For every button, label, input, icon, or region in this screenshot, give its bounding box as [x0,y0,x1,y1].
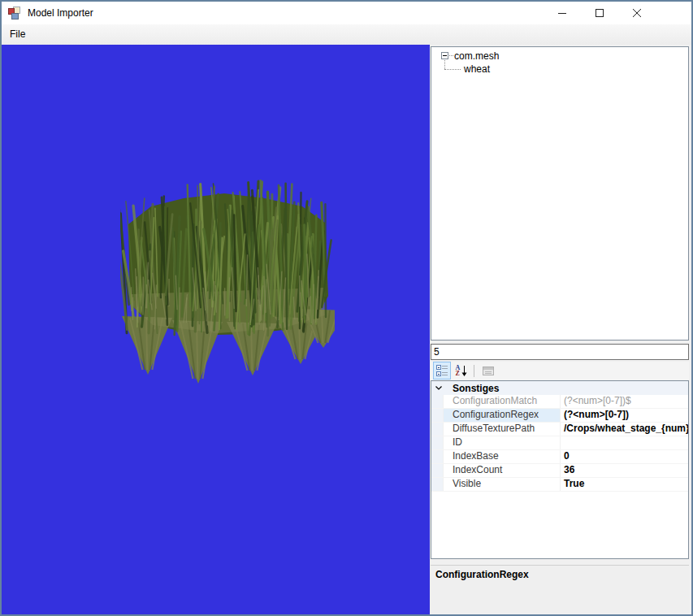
maximize-button[interactable] [581,2,618,24]
property-pages-icon [483,367,494,375]
tree-connector [449,55,453,57]
window-title: Model Importer [28,2,93,24]
wheat-model [120,174,335,384]
property-row-visible[interactable]: Visible True [431,478,688,492]
property-value[interactable]: 0 [561,450,688,463]
property-value[interactable]: /Crops/wheat_stage_{num} [561,423,688,436]
close-button[interactable] [618,2,656,24]
property-name: ID [444,436,561,449]
menu-bar: File [2,24,691,45]
model-importer-window: Model Importer File com.mesh wheat [0,0,693,616]
property-row-indexbase[interactable]: IndexBase 0 [431,450,688,464]
property-name: Visible [444,478,561,491]
property-name: DiffuseTexturePath [444,423,561,436]
scene-tree[interactable]: com.mesh wheat [431,46,689,341]
property-row-configurationmatch[interactable]: ConfigurationMatch (?<num>[0-7])$ [431,395,688,409]
close-icon [633,9,641,17]
property-row-diffusetexturepath[interactable]: DiffuseTexturePath /Crops/wheat_stage_{n… [431,423,688,436]
alphabetical-sort-button[interactable]: AZ [453,362,470,380]
tree-connector [444,60,446,69]
tree-connector [444,69,461,71]
category-row-sonstiges[interactable]: Sonstiges [431,381,688,395]
app-icon [8,7,21,20]
categorized-button[interactable] [433,362,451,380]
minimize-icon [558,9,566,17]
tree-collapse-toggle[interactable] [441,52,448,59]
title-bar: Model Importer [2,2,691,24]
minimize-button[interactable] [544,2,581,24]
property-description-panel: ConfigurationRegex [431,565,689,614]
property-row-configurationregex[interactable]: ConfigurationRegex (?<num>[0-7]) [431,409,688,423]
property-pages-button[interactable] [479,362,497,380]
property-name: ConfigurationRegex [444,409,561,422]
property-value[interactable] [561,436,688,449]
tree-node-wheat[interactable]: wheat [464,63,490,76]
chevron-down-icon[interactable] [431,386,446,390]
property-row-id[interactable]: ID [431,436,688,450]
property-value: (?<num>[0-7])$ [561,395,688,408]
property-value[interactable]: (?<num>[0-7]) [561,409,688,422]
menu-item-file[interactable]: File [2,24,33,45]
tree-node-com-mesh[interactable]: com.mesh [454,50,499,63]
config-value-input[interactable] [431,344,689,360]
property-value[interactable]: 36 [561,464,688,477]
toolbar-separator [474,365,474,377]
alphabetical-sort-icon: AZ [456,365,468,377]
property-value[interactable]: True [561,478,688,491]
property-row-indexcount[interactable]: IndexCount 36 [431,464,688,478]
maximize-icon [596,9,604,17]
categorized-icon [436,365,448,376]
property-grid: Sonstiges ConfigurationMatch (?<num>[0-7… [431,380,689,559]
category-label: Sonstiges [446,383,499,394]
property-name: ConfigurationMatch [444,395,561,408]
property-name: IndexBase [444,450,561,463]
selected-property-name: ConfigurationRegex [435,569,684,580]
property-grid-toolbar: AZ [431,362,689,380]
property-name: IndexCount [444,464,561,477]
model-viewport[interactable] [2,45,430,614]
